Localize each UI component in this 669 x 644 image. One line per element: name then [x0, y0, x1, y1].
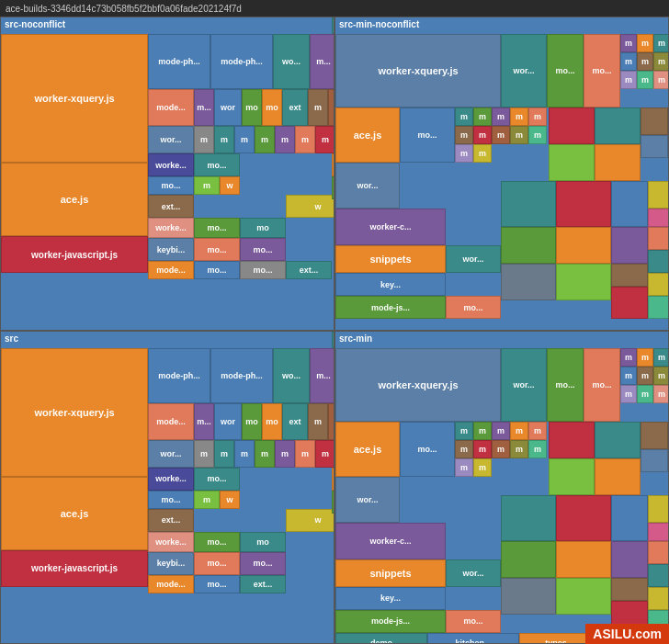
cell-w-bl2[interactable]: w — [286, 509, 334, 532]
cell-m6[interactable]: m — [214, 126, 234, 153]
cell-wor-bl[interactable]: wor — [214, 403, 242, 440]
cell-mo-bl7[interactable]: mo... — [194, 552, 240, 575]
cell-m3[interactable]: m — [308, 89, 328, 126]
cell-wxq-tr[interactable]: worker-xquery.js — [335, 34, 501, 107]
cell-m-br9[interactable]: m — [620, 385, 637, 403]
cell-mo7[interactable]: mo... — [194, 238, 240, 261]
cell-mode3[interactable]: mode... — [148, 261, 194, 279]
cell-rp24[interactable] — [648, 250, 669, 273]
cell-sm4-tr[interactable]: m — [510, 107, 528, 126]
cell-sm5-tr[interactable]: m — [528, 107, 547, 126]
cell-rp2-br[interactable] — [595, 422, 641, 458]
cell-wxq-bl[interactable]: worker-xquery.js — [1, 348, 148, 477]
cell-m-bl-w[interactable]: m — [194, 491, 220, 509]
cell-rp21-br[interactable] — [501, 578, 556, 615]
cell-rp3-br[interactable] — [641, 422, 668, 449]
cell-mo2-tr[interactable]: mo... — [584, 34, 620, 107]
cell-wor2[interactable]: wor... — [148, 126, 194, 153]
cell-m8[interactable]: m — [255, 126, 275, 153]
cell-sm8-tr[interactable]: m — [492, 126, 510, 144]
cell-m5[interactable]: m — [194, 126, 214, 153]
cell-rp7-br[interactable] — [595, 458, 641, 495]
cell-sm9-tr[interactable]: m — [510, 126, 528, 144]
cell-m-br5[interactable]: m — [620, 367, 637, 385]
cell-mo-last-tr[interactable]: mo... — [446, 296, 501, 319]
cell-mode-ph2[interactable]: mode-ph... — [210, 34, 273, 89]
cell-sm8-br[interactable]: m — [492, 440, 510, 458]
cell-mo2[interactable]: mo — [262, 89, 282, 126]
cell-sm3-tr[interactable]: m — [492, 107, 510, 126]
cell-sm12-tr[interactable]: m — [473, 144, 492, 163]
cell-m-tr10[interactable]: m — [637, 71, 653, 89]
cell-rp19-br[interactable] — [611, 541, 648, 578]
cell-mo-bl6[interactable]: mo — [240, 532, 286, 552]
cell-ext-bl3[interactable]: ext... — [240, 575, 286, 593]
cell-rp13[interactable] — [648, 181, 669, 209]
cell-m-tr1[interactable]: m — [620, 34, 637, 52]
cell-sm1-br[interactable]: m — [455, 422, 473, 440]
cell-m-br3[interactable]: m — [653, 348, 669, 367]
cell-ace[interactable]: ace.js — [1, 163, 148, 236]
cell-m-tr6[interactable]: m — [637, 52, 653, 71]
cell-rp11[interactable] — [556, 181, 611, 227]
cell-mode-bl2[interactable]: mode-ph... — [210, 348, 273, 403]
cell-sm6-br[interactable]: m — [455, 440, 473, 458]
cell-mode-bl3[interactable]: mode... — [148, 575, 194, 593]
cell-sm2-br[interactable]: m — [473, 422, 492, 440]
cell-rp13-br[interactable] — [648, 495, 669, 523]
cell-rp2[interactable] — [595, 107, 641, 144]
cell-m-bl2[interactable]: m... — [194, 403, 214, 440]
cell-m-tr9[interactable]: m — [620, 71, 637, 89]
cell-rp23-br[interactable] — [611, 578, 648, 601]
cell-rp10-br[interactable] — [501, 495, 556, 541]
cell-rp15-br[interactable] — [648, 523, 669, 541]
cell-rp23[interactable] — [611, 264, 648, 287]
cell-rp11-br[interactable] — [556, 495, 611, 541]
cell-m-tr3[interactable]: m — [653, 34, 669, 52]
cell-rp6[interactable] — [549, 144, 595, 181]
cell-mo-bl1[interactable]: mo — [242, 403, 262, 440]
cell-m-bl5[interactable]: m — [194, 440, 214, 468]
cell-wo1[interactable]: wo... — [273, 34, 310, 89]
cell-mode-bl1[interactable]: mode-ph... — [148, 348, 210, 403]
cell-ace-br[interactable]: ace.js — [335, 422, 400, 477]
cell-rp12[interactable] — [611, 181, 648, 227]
cell-sm10-tr[interactable]: m — [528, 126, 547, 144]
cell-mo-bl2[interactable]: mo — [262, 403, 282, 440]
cell-mo3[interactable]: mo... — [194, 153, 240, 176]
cell-keybi-bl[interactable]: keybi... — [148, 552, 194, 575]
cell-ext1[interactable]: ext — [282, 89, 308, 126]
cell-wor2-br[interactable]: wor... — [335, 477, 400, 523]
cell-mo-tr[interactable]: mo... — [547, 34, 584, 107]
cell-rp6-br[interactable] — [549, 458, 595, 495]
cell-ace-bl[interactable]: ace.js — [1, 477, 148, 550]
cell-wor-br[interactable]: wor... — [501, 348, 547, 422]
cell-rp1-br[interactable] — [549, 422, 595, 458]
cell-rp26[interactable] — [648, 273, 669, 296]
cell-types[interactable]: types — [519, 633, 593, 645]
cell-rp20-br[interactable] — [648, 541, 669, 564]
cell-m-br2[interactable]: m — [637, 348, 653, 367]
cell-mo4[interactable]: mo... — [148, 176, 194, 195]
cell-rp1[interactable] — [549, 107, 595, 144]
cell-m-tr11[interactable]: m — [653, 71, 669, 89]
cell-mo8[interactable]: mo... — [240, 238, 286, 261]
cell-mo1[interactable]: mo — [242, 89, 262, 126]
cell-m7[interactable]: m — [234, 126, 255, 153]
cell-m-tr2[interactable]: m — [637, 34, 653, 52]
cell-worker-xquery[interactable]: worker-xquery.js — [1, 34, 148, 163]
cell-m-bl3[interactable]: m — [308, 403, 328, 440]
cell-rp17-br[interactable] — [501, 541, 556, 578]
cell-rp17[interactable] — [501, 227, 556, 264]
cell-mo-bl3[interactable]: mo... — [194, 468, 240, 491]
cell-demo[interactable]: demo — [335, 633, 427, 645]
cell-rp20[interactable] — [648, 227, 669, 250]
cell-sm2-tr[interactable]: m — [473, 107, 492, 126]
cell-mo6[interactable]: mo — [240, 218, 286, 238]
cell-m-bl6[interactable]: m — [214, 440, 234, 468]
cell-ext-bl[interactable]: ext — [282, 403, 308, 440]
cell-sm5-br[interactable]: m — [528, 422, 547, 440]
cell-w-bl1[interactable]: w — [220, 491, 240, 509]
cell-wo-bl[interactable]: wo... — [273, 348, 310, 403]
cell-rp19[interactable] — [611, 227, 648, 264]
